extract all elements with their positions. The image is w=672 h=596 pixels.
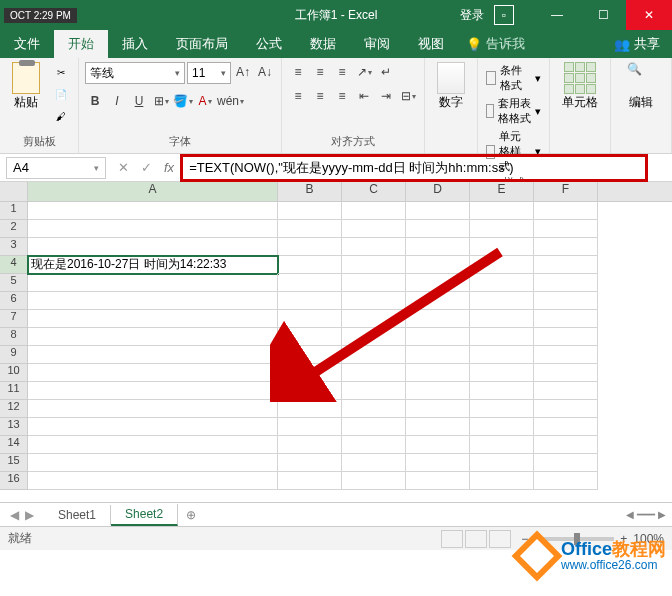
row-header-16[interactable]: 16: [0, 472, 28, 490]
cell[interactable]: [534, 418, 598, 436]
cell[interactable]: [470, 256, 534, 274]
align-bottom-button[interactable]: ≡: [332, 62, 352, 82]
cell[interactable]: [28, 328, 278, 346]
cell[interactable]: [28, 310, 278, 328]
login-link[interactable]: 登录: [460, 7, 484, 24]
cell[interactable]: [278, 256, 342, 274]
row-header-6[interactable]: 6: [0, 292, 28, 310]
cell[interactable]: 现在是2016-10-27日 时间为14:22:33: [28, 256, 278, 274]
cell[interactable]: [534, 274, 598, 292]
cell[interactable]: [28, 220, 278, 238]
col-header-E[interactable]: E: [470, 182, 534, 201]
merge-button[interactable]: ⊟: [398, 86, 418, 106]
cell[interactable]: [278, 418, 342, 436]
decrease-font-button[interactable]: A↓: [255, 62, 275, 82]
cell[interactable]: [28, 238, 278, 256]
cell[interactable]: [278, 472, 342, 490]
page-layout-view-button[interactable]: [465, 530, 487, 548]
cell[interactable]: [278, 274, 342, 292]
align-middle-button[interactable]: ≡: [310, 62, 330, 82]
font-name-combo[interactable]: 等线▾: [85, 62, 185, 84]
close-button[interactable]: ✕: [626, 0, 672, 30]
col-header-A[interactable]: A: [28, 182, 278, 201]
col-header-D[interactable]: D: [406, 182, 470, 201]
conditional-formatting-button[interactable]: 条件格式 ▾: [484, 62, 543, 94]
cell[interactable]: [342, 364, 406, 382]
row-header-4[interactable]: 4: [0, 256, 28, 274]
cell[interactable]: [406, 382, 470, 400]
copy-button[interactable]: 📄: [50, 84, 72, 104]
cell[interactable]: [534, 310, 598, 328]
cell[interactable]: [342, 328, 406, 346]
cell[interactable]: [470, 364, 534, 382]
cells-button[interactable]: 单元格: [556, 62, 604, 149]
minimize-button[interactable]: —: [534, 0, 580, 30]
new-sheet-button[interactable]: ⊕: [178, 508, 204, 522]
cell[interactable]: [342, 274, 406, 292]
cell[interactable]: [534, 256, 598, 274]
cell[interactable]: [470, 220, 534, 238]
sheet-nav-prev[interactable]: ◀: [10, 508, 19, 522]
select-all-corner[interactable]: [0, 182, 28, 201]
row-header-9[interactable]: 9: [0, 346, 28, 364]
cell[interactable]: [470, 328, 534, 346]
cell[interactable]: [28, 472, 278, 490]
cell[interactable]: [406, 418, 470, 436]
col-header-C[interactable]: C: [342, 182, 406, 201]
cell[interactable]: [278, 238, 342, 256]
row-header-10[interactable]: 10: [0, 364, 28, 382]
row-header-14[interactable]: 14: [0, 436, 28, 454]
cell[interactable]: [406, 454, 470, 472]
cell[interactable]: [278, 454, 342, 472]
col-header-B[interactable]: B: [278, 182, 342, 201]
cell[interactable]: [278, 220, 342, 238]
tab-home[interactable]: 开始: [54, 30, 108, 58]
cell[interactable]: [406, 220, 470, 238]
cell[interactable]: [28, 454, 278, 472]
cell[interactable]: [28, 364, 278, 382]
tab-data[interactable]: 数据: [296, 30, 350, 58]
row-header-12[interactable]: 12: [0, 400, 28, 418]
tell-me[interactable]: 💡告诉我: [458, 30, 533, 58]
cell[interactable]: [406, 400, 470, 418]
cell[interactable]: [406, 202, 470, 220]
tab-file[interactable]: 文件: [0, 30, 54, 58]
cell[interactable]: [28, 202, 278, 220]
page-break-view-button[interactable]: [489, 530, 511, 548]
cell[interactable]: [470, 454, 534, 472]
cell[interactable]: [278, 346, 342, 364]
cell[interactable]: [534, 346, 598, 364]
normal-view-button[interactable]: [441, 530, 463, 548]
cell[interactable]: [278, 202, 342, 220]
cell[interactable]: [470, 238, 534, 256]
enter-formula-button[interactable]: ✓: [141, 160, 152, 175]
cell[interactable]: [278, 292, 342, 310]
cell[interactable]: [534, 382, 598, 400]
sheet-nav-next[interactable]: ▶: [25, 508, 34, 522]
border-button[interactable]: ⊞: [151, 91, 171, 111]
increase-indent-button[interactable]: ⇥: [376, 86, 396, 106]
cell[interactable]: [534, 238, 598, 256]
cell[interactable]: [28, 436, 278, 454]
cell[interactable]: [470, 382, 534, 400]
row-header-2[interactable]: 2: [0, 220, 28, 238]
orientation-button[interactable]: ↗: [354, 62, 374, 82]
cell[interactable]: [470, 400, 534, 418]
cell[interactable]: [406, 274, 470, 292]
font-color-button[interactable]: A: [195, 91, 215, 111]
cell[interactable]: [534, 220, 598, 238]
row-header-1[interactable]: 1: [0, 202, 28, 220]
bold-button[interactable]: B: [85, 91, 105, 111]
align-top-button[interactable]: ≡: [288, 62, 308, 82]
cell[interactable]: [406, 346, 470, 364]
cell[interactable]: [470, 274, 534, 292]
fx-icon[interactable]: fx: [164, 160, 174, 175]
underline-button[interactable]: U: [129, 91, 149, 111]
cell[interactable]: [534, 328, 598, 346]
format-painter-button[interactable]: 🖌: [50, 106, 72, 126]
cell[interactable]: [470, 202, 534, 220]
row-header-13[interactable]: 13: [0, 418, 28, 436]
cell[interactable]: [278, 382, 342, 400]
paste-button[interactable]: 粘贴: [6, 62, 46, 134]
increase-font-button[interactable]: A↑: [233, 62, 253, 82]
